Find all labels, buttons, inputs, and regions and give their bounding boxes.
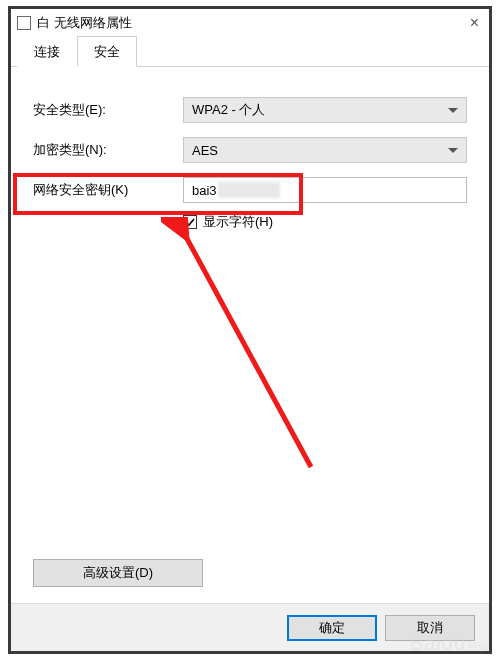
tab-content: 安全类型(E): WPA2 - 个人 加密类型(N): AES 网络安全密钥(K…	[11, 67, 489, 603]
chevron-down-icon	[448, 148, 458, 153]
key-label: 网络安全密钥(K)	[33, 181, 183, 199]
window-titlebar: 白 无线网络属性 ×	[11, 9, 489, 37]
show-chars-checkbox[interactable]	[183, 215, 197, 229]
key-blurred-portion	[218, 182, 280, 198]
key-input[interactable]: bai3	[183, 177, 467, 203]
security-type-value: WPA2 - 个人	[192, 101, 448, 119]
encryption-dropdown[interactable]: AES	[183, 137, 467, 163]
window-icon	[17, 16, 31, 30]
tab-security[interactable]: 安全	[77, 36, 137, 67]
chevron-down-icon	[448, 108, 458, 113]
row-key: 网络安全密钥(K) bai3	[33, 177, 467, 203]
check-icon	[185, 217, 195, 227]
watermark-sub: 经验	[468, 641, 490, 652]
row-show-chars: 显示字符(H)	[183, 213, 467, 231]
tab-connect[interactable]: 连接	[17, 36, 77, 67]
advanced-settings-button[interactable]: 高级设置(D)	[33, 559, 203, 587]
row-encryption: 加密类型(N): AES	[33, 137, 467, 163]
security-type-label: 安全类型(E):	[33, 101, 183, 119]
tab-strip: 连接 安全	[11, 37, 489, 67]
window-title: 白 无线网络属性	[37, 14, 466, 32]
encryption-value: AES	[192, 143, 448, 158]
watermark: Baidu经验	[410, 632, 490, 655]
watermark-brand: Baidu	[410, 632, 466, 654]
dialog-window: 白 无线网络属性 × 连接 安全 安全类型(E): WPA2 - 个人 加密类型…	[8, 6, 492, 654]
security-type-dropdown[interactable]: WPA2 - 个人	[183, 97, 467, 123]
show-chars-label: 显示字符(H)	[203, 213, 273, 231]
key-value: bai3	[192, 183, 217, 198]
ok-button[interactable]: 确定	[287, 615, 377, 641]
close-icon[interactable]: ×	[466, 14, 483, 32]
encryption-label: 加密类型(N):	[33, 141, 183, 159]
annotation-arrow	[161, 217, 331, 477]
svg-line-0	[185, 235, 311, 467]
row-security-type: 安全类型(E): WPA2 - 个人	[33, 97, 467, 123]
